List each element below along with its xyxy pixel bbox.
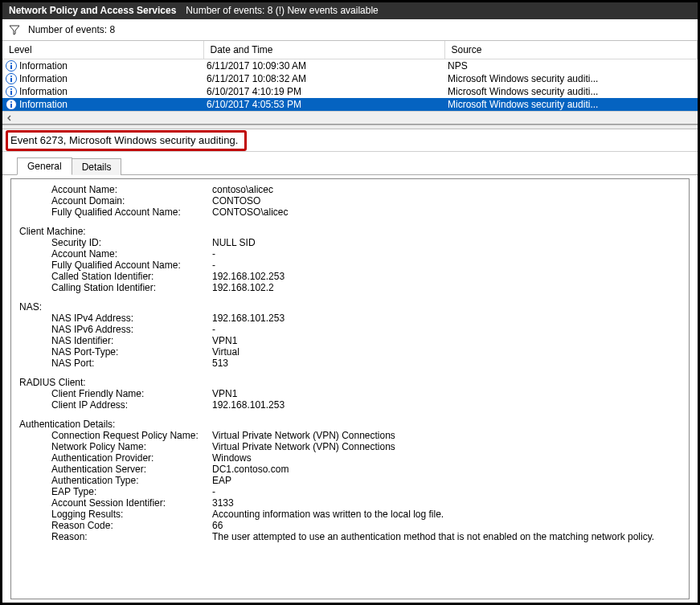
field-value: CONTOSO\alicec — [212, 206, 681, 218]
level-text: Information — [19, 86, 68, 97]
table-row[interactable]: Information6/11/2017 10:08:32 AMMicrosof… — [2, 72, 698, 85]
table-row[interactable]: Information6/10/2017 4:10:19 PMMicrosoft… — [2, 85, 698, 98]
field-value: Windows — [212, 452, 681, 464]
field-value: - — [212, 486, 681, 497]
field-key: NAS IPv6 Address: — [51, 324, 212, 335]
field-key: Reason: — [51, 531, 212, 542]
field-row: Called Station Identifier:192.168.102.25… — [19, 271, 681, 282]
field-row: Connection Request Policy Name:Virtual P… — [19, 430, 681, 441]
field-row: NAS IPv4 Address:192.168.101.253 — [19, 313, 681, 324]
field-value: Virtual — [212, 346, 681, 358]
tab-general[interactable]: General — [17, 157, 72, 175]
tab-details[interactable]: Details — [72, 158, 122, 175]
field-key: Network Policy Name: — [51, 441, 212, 452]
field-key: Authentication Server: — [51, 464, 212, 475]
title-status: Number of events: 8 (!) New events avail… — [186, 5, 378, 16]
col-level[interactable]: Level — [2, 41, 203, 59]
field-row: Reason Code:66 — [19, 520, 681, 531]
field-row: EAP Type:- — [19, 486, 681, 497]
field-row: Account Session Identifier:3133 — [19, 497, 681, 509]
col-source[interactable]: Source — [444, 41, 698, 59]
field-key: Account Domain: — [51, 195, 212, 206]
section-title: NAS: — [19, 301, 681, 313]
field-value: 192.168.101.253 — [212, 313, 681, 324]
field-row: Network Policy Name:Virtual Private Netw… — [19, 441, 681, 452]
field-key: Account Name: — [51, 248, 212, 260]
section: Authentication Details:Connection Reques… — [19, 419, 681, 542]
field-row: Reason:The user attempted to use an auth… — [19, 531, 681, 542]
field-row: Client IP Address:192.168.101.253 — [19, 399, 681, 411]
field-value: 3133 — [212, 497, 681, 509]
level-text: Information — [19, 73, 68, 84]
datetime-text: 6/10/2017 4:05:53 PM — [203, 98, 444, 111]
datetime-text: 6/10/2017 4:10:19 PM — [203, 85, 444, 98]
section: NAS:NAS IPv4 Address:192.168.101.253NAS … — [19, 301, 681, 369]
filter-bar: Number of events: 8 — [2, 19, 698, 41]
field-row: Logging Results:Accounting information w… — [19, 509, 681, 520]
level-text: Information — [19, 60, 68, 72]
info-icon — [6, 60, 17, 72]
field-row: NAS Port-Type:Virtual — [19, 346, 681, 358]
table-row[interactable]: Information6/11/2017 10:09:30 AMNPS — [2, 59, 698, 73]
field-row: Authentication Server:DC1.contoso.com — [19, 464, 681, 475]
field-value: - — [212, 248, 681, 260]
field-value: 513 — [212, 358, 681, 369]
events-table-wrap: Level Date and Time Source Information6/… — [2, 41, 698, 125]
field-key: NAS IPv4 Address: — [51, 313, 212, 324]
field-row: NAS Identifier:VPN1 — [19, 335, 681, 346]
filter-icon[interactable] — [9, 24, 20, 35]
field-value: VPN1 — [212, 335, 681, 346]
source-text: Microsoft Windows security auditi... — [444, 98, 698, 111]
source-text: Microsoft Windows security auditi... — [444, 85, 698, 98]
field-value: EAP — [212, 475, 681, 486]
field-value: NULL SID — [212, 237, 681, 248]
window-frame: Network Policy and Access Services Numbe… — [0, 0, 700, 605]
field-key: Account Session Identifier: — [51, 497, 212, 509]
field-row: Fully Qualified Account Name:- — [19, 260, 681, 271]
section: Client Machine:Security ID:NULL SIDAccou… — [19, 226, 681, 293]
field-value: - — [212, 260, 681, 271]
field-row: Account Name:contoso\alicec — [19, 184, 681, 195]
field-row: Security ID:NULL SID — [19, 237, 681, 248]
field-value: 66 — [212, 520, 681, 531]
chevron-left-icon[interactable] — [4, 112, 15, 124]
field-row: Authentication Provider:Windows — [19, 452, 681, 464]
event-title: Event 6273, Microsoft Windows security a… — [10, 134, 238, 146]
app-title: Network Policy and Access Services — [9, 5, 176, 16]
field-row: Authentication Type:EAP — [19, 475, 681, 486]
field-row: Fully Qualified Account Name:CONTOSO\ali… — [19, 206, 681, 218]
detail-pane: Account Name:contoso\alicecAccount Domai… — [2, 175, 698, 603]
info-icon — [6, 99, 17, 110]
datetime-text: 6/11/2017 10:09:30 AM — [203, 59, 444, 73]
field-key: Authentication Provider: — [51, 452, 212, 464]
field-key: NAS Port-Type: — [51, 346, 212, 358]
field-key: Client IP Address: — [51, 399, 212, 411]
field-value: - — [212, 324, 681, 335]
field-key: Logging Results: — [51, 509, 212, 520]
hscroll[interactable] — [2, 111, 698, 124]
events-table[interactable]: Level Date and Time Source Information6/… — [2, 41, 698, 111]
detail-inner[interactable]: Account Name:contoso\alicecAccount Domai… — [10, 178, 690, 599]
field-value: 192.168.102.253 — [212, 271, 681, 282]
tabs: General Details — [2, 152, 698, 175]
title-bar: Network Policy and Access Services Numbe… — [2, 2, 698, 19]
field-key: Connection Request Policy Name: — [51, 430, 212, 441]
field-key: Calling Station Identifier: — [51, 282, 212, 293]
section-title: RADIUS Client: — [19, 377, 681, 388]
field-value: CONTOSO — [212, 195, 681, 206]
field-key: EAP Type: — [51, 486, 212, 497]
field-value: Virtual Private Network (VPN) Connection… — [212, 430, 681, 441]
field-key: Reason Code: — [51, 520, 212, 531]
field-value: The user attempted to use an authenticat… — [212, 531, 681, 542]
field-row: Account Name:- — [19, 248, 681, 260]
section: RADIUS Client:Client Friendly Name:VPN1C… — [19, 377, 681, 411]
field-key: NAS Port: — [51, 358, 212, 369]
info-icon — [6, 73, 17, 84]
field-value: Virtual Private Network (VPN) Connection… — [212, 441, 681, 452]
table-header-row[interactable]: Level Date and Time Source — [2, 41, 698, 59]
table-row[interactable]: Information6/10/2017 4:05:53 PMMicrosoft… — [2, 98, 698, 111]
field-value: Accounting information was written to th… — [212, 509, 681, 520]
col-date-time[interactable]: Date and Time — [203, 41, 444, 59]
field-row: NAS IPv6 Address:- — [19, 324, 681, 335]
field-value: 192.168.102.2 — [212, 282, 681, 293]
